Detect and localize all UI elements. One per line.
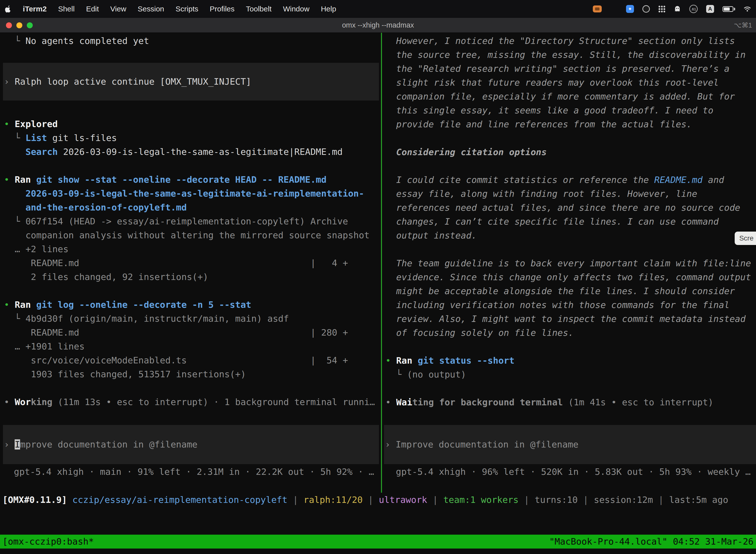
dark-app-icon[interactable] — [642, 5, 650, 13]
tmux-host-clock: "MacBook-Pro-44.local" 04:52 31-Mar-26 — [549, 535, 754, 549]
text-run: └ 067f154 (HEAD -> essay/ai-reimplementa… — [4, 216, 348, 226]
zoom-button[interactable] — [27, 22, 33, 28]
text-run: Ran — [396, 355, 412, 366]
thinking-line: I could cite commit statistics or refere… — [385, 173, 756, 187]
thinking-line: slight risk that future readers may over… — [385, 76, 756, 90]
right-input-box[interactable]: › Improve documentation in @filename — [384, 425, 756, 464]
no-output-line: └ (no output) — [385, 368, 756, 382]
thinking-line: output instead. — [385, 229, 756, 242]
thinking-line: The team guideline is to back every impo… — [385, 257, 756, 270]
thinking-line: of focusing solely on file lines. — [385, 326, 756, 340]
text-run: the source tree, missing the essay. Stil… — [385, 50, 746, 60]
thinking-line: changes, I can’t cite specific file line… — [385, 215, 756, 229]
thinking-line: this single essay, it seems like a good … — [385, 104, 756, 117]
text-run: Explored — [15, 119, 58, 129]
text-run: cczip/essay/ai-reimplementation-copyleft — [72, 495, 288, 505]
text-run: Considering citation options — [385, 147, 547, 157]
text-run: … +1901 lines — [4, 341, 84, 351]
text-run: | — [519, 495, 535, 505]
text-run: session:12m — [594, 495, 653, 505]
tmux-panes: └ No agents completed yet› Ralph loop ac… — [0, 33, 756, 493]
thinking-line: essay file, along with finding root file… — [385, 187, 756, 201]
diffstat-line: README.md | 4 + — [4, 256, 381, 270]
text-run: I could cite commit statistics or refere… — [385, 175, 654, 185]
text-run: ultrawork — [379, 495, 427, 505]
screen-overlay-button[interactable]: Scre — [735, 232, 756, 245]
ran-git-log: • Ran git log --oneline --decorate -n 5 … — [4, 298, 381, 312]
text-run: ting for background terminal — [412, 397, 563, 407]
truncation-line: … +2 lines — [4, 242, 381, 256]
menu-item-app-name[interactable]: iTerm2 — [23, 5, 47, 13]
screen-recording-indicator-icon[interactable] — [593, 5, 602, 12]
menu-item-help[interactable]: Help — [321, 5, 336, 13]
thinking-line: the "Related research writing" section i… — [385, 62, 756, 76]
menu-item-profiles[interactable]: Profiles — [209, 5, 234, 13]
menu-item-scripts[interactable]: Scripts — [176, 5, 198, 13]
left-status-line: gpt-5.4 xhigh · main · 91% left · 2.31M … — [0, 465, 381, 479]
minimize-button[interactable] — [16, 22, 22, 28]
right-pane[interactable]: However, I noticed the "Directory Struct… — [382, 33, 756, 493]
menu-item-session[interactable]: Session — [138, 5, 164, 13]
text-run: README.md | 4 + — [4, 258, 348, 268]
spacer — [385, 131, 756, 145]
thinking-line: might be acceptable alongside the file l… — [385, 284, 756, 298]
ghost-icon[interactable] — [674, 5, 681, 12]
terminal: └ No agents completed yet› Ralph loop ac… — [0, 33, 756, 554]
spacer — [4, 101, 381, 117]
text-run: changes, I can’t cite specific file line… — [385, 216, 719, 227]
text-run: mprove documentation in @filename — [20, 439, 197, 449]
thinking-line: provide file and line references from th… — [385, 117, 756, 131]
input-source-icon[interactable]: A — [706, 5, 714, 13]
text-run: king — [31, 397, 52, 407]
text-run: No agents completed yet — [25, 36, 149, 46]
close-button[interactable] — [6, 22, 12, 28]
battery-icon[interactable] — [722, 6, 735, 12]
left-input-box[interactable]: › Improve documentation in @filename — [3, 425, 379, 464]
diffstat-summary: 2 files changed, 92 insertions(+) — [4, 270, 381, 284]
tmux-session-label: [omx-cczip0:bash* — [2, 535, 94, 549]
window-title-bar: omx --xhigh --madmax ⌥⌘1 — [0, 18, 756, 33]
right-pane-scrollback: However, I noticed the "Directory Struct… — [385, 34, 756, 409]
menu-item-shell[interactable]: Shell — [58, 5, 75, 13]
text-run: • — [4, 119, 15, 129]
ran-arg-line: and-the-erosion-of-copyleft.md — [4, 201, 381, 214]
omx-status-line: [OMX#0.11.9] cczip/essay/ai-reimplementa… — [0, 493, 756, 507]
text-run: of focusing solely on file lines. — [385, 328, 574, 338]
menu-item-window[interactable]: Window — [283, 5, 310, 13]
window-grid-icon[interactable] — [610, 5, 618, 13]
text-run: I — [15, 439, 20, 449]
apple-menu-icon[interactable] — [5, 5, 11, 13]
text-run: | — [578, 495, 594, 505]
spacer — [385, 242, 756, 257]
right-input-line: › Improve documentation in @filename — [385, 438, 578, 451]
menu-bar-status-icons: ✦ .61 A — [593, 5, 751, 13]
text-run: … +2 lines — [4, 244, 68, 254]
menu-item-view[interactable]: View — [110, 5, 126, 13]
truncation-line: … +1901 lines — [4, 340, 381, 353]
left-pane[interactable]: └ No agents completed yet› Ralph loop ac… — [0, 33, 381, 493]
window-shortcut-badge: ⌥⌘1 — [734, 21, 752, 29]
blue-app-icon[interactable]: ✦ — [626, 5, 634, 13]
text-run: (1m 41s • esc to interrupt) — [563, 397, 713, 407]
text-run: and — [703, 175, 724, 185]
wifi-icon[interactable] — [744, 6, 751, 12]
menu-bar-menus: iTerm2 Shell Edit View Session Scripts P… — [5, 5, 336, 13]
spacer — [385, 340, 756, 354]
menu-item-toolbelt[interactable]: Toolbelt — [246, 5, 271, 13]
text-run: Improve documentation in @filename — [396, 439, 578, 449]
menu-item-edit[interactable]: Edit — [86, 5, 99, 13]
ran-git-show: • Ran git show --stat --oneline --decora… — [4, 173, 381, 187]
percentage-badge-icon[interactable]: .61 — [689, 5, 698, 13]
spacer — [385, 382, 756, 395]
text-run: turns:10 — [535, 495, 578, 505]
text-run: • — [4, 174, 15, 185]
left-input-line: › Improve documentation in @filename — [4, 438, 197, 451]
thinking-line: review. Also, I might want to inspect th… — [385, 312, 756, 326]
text-run: | — [363, 495, 379, 505]
text-run: Wai — [396, 397, 412, 407]
dots-grid-icon[interactable] — [658, 5, 666, 13]
text-run: Ralph loop active continue [OMX_TMUX_INJ… — [15, 76, 251, 87]
text-run: Ran — [15, 174, 31, 185]
text-run: provide file and line references from th… — [385, 119, 692, 129]
thinking-line: references need actual files, and since … — [385, 201, 756, 215]
